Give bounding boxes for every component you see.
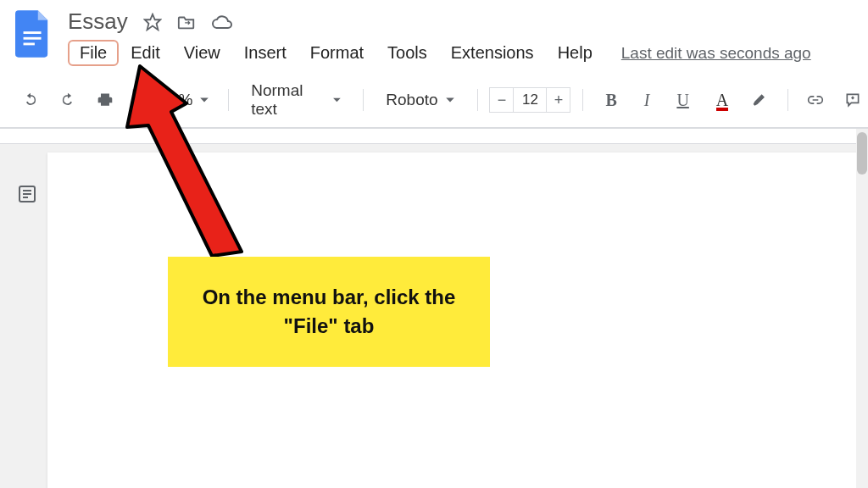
vertical-scrollbar[interactable] [856, 129, 868, 488]
undo-icon[interactable] [22, 91, 39, 109]
menu-extensions[interactable]: Extensions [439, 40, 546, 66]
menu-help[interactable]: Help [546, 40, 604, 66]
font-size-stepper: − 12 + [489, 87, 570, 113]
separator [582, 89, 583, 111]
menu-bar: File Edit View Insert Format Tools Exten… [68, 40, 811, 66]
menu-tools[interactable]: Tools [376, 40, 439, 66]
font-size-increase[interactable]: + [546, 88, 570, 112]
redo-icon[interactable] [59, 91, 76, 109]
star-icon[interactable] [143, 13, 162, 31]
separator [477, 89, 478, 111]
document-outline-icon[interactable] [17, 184, 37, 204]
zoom-value: 100% [152, 91, 193, 109]
menu-format[interactable]: Format [298, 40, 376, 66]
move-icon[interactable] [177, 13, 196, 31]
text-color-button[interactable]: A [706, 91, 738, 110]
italic-button[interactable]: I [634, 91, 660, 110]
horizontal-ruler[interactable] [0, 129, 868, 144]
add-comment-icon[interactable] [844, 91, 861, 109]
last-edit-link[interactable]: Last edit was seconds ago [621, 44, 811, 63]
menu-insert[interactable]: Insert [232, 40, 298, 66]
chevron-down-icon [332, 95, 342, 105]
scrollbar-thumb[interactable] [857, 132, 867, 175]
toolbar: 100% Normal text Roboto − 12 + B I U A [0, 71, 868, 128]
font-size-decrease[interactable]: − [490, 88, 514, 112]
menu-edit[interactable]: Edit [119, 40, 171, 66]
bold-button[interactable]: B [595, 91, 626, 110]
menu-view[interactable]: View [172, 40, 232, 66]
document-title[interactable]: Essay [68, 8, 128, 35]
font-size-value[interactable]: 12 [514, 92, 546, 108]
style-value: Normal text [251, 81, 325, 119]
title-row: Essay [68, 8, 811, 35]
separator [228, 89, 229, 111]
svg-marker-3 [145, 14, 160, 29]
menu-file[interactable]: File [68, 40, 119, 66]
annotation-callout: On the menu bar, click the "File" tab [168, 257, 490, 367]
svg-rect-2 [24, 43, 35, 46]
underline-button[interactable]: U [666, 91, 698, 110]
header: Essay File Edit View Insert Format Tools… [0, 0, 868, 66]
separator [132, 89, 133, 111]
font-value: Roboto [386, 91, 437, 109]
title-area: Essay File Edit View Insert Format Tools… [68, 8, 811, 66]
svg-rect-1 [24, 37, 42, 40]
docs-logo-icon [15, 10, 51, 58]
separator [787, 89, 788, 111]
svg-rect-0 [24, 31, 42, 34]
font-select[interactable]: Roboto [376, 91, 465, 109]
highlight-icon[interactable] [752, 91, 769, 109]
separator [363, 89, 364, 111]
callout-text: On the menu bar, click the "File" tab [185, 283, 473, 340]
print-icon[interactable] [97, 91, 114, 109]
paragraph-style-select[interactable]: Normal text [241, 81, 351, 119]
chevron-down-icon [445, 95, 455, 105]
cloud-saved-icon[interactable] [211, 13, 233, 31]
chevron-down-icon [199, 95, 209, 105]
insert-link-icon[interactable] [807, 91, 824, 109]
zoom-select[interactable]: 100% [145, 91, 217, 109]
